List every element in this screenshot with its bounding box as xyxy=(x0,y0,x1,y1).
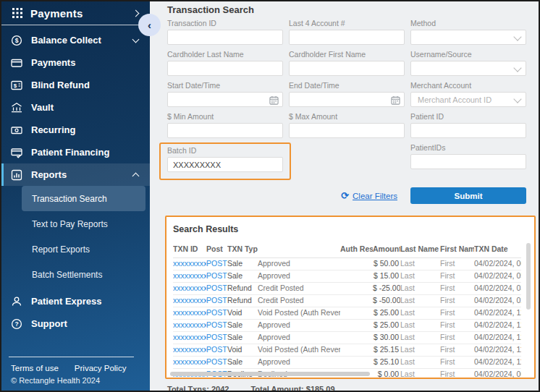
sidebar-subitem-report-exports[interactable]: Report Exports xyxy=(22,237,145,262)
txn-id-link[interactable]: xxxxxxxxx xyxy=(173,296,206,304)
form-actions: ⟳ Clear Filters Submit xyxy=(167,187,526,204)
field-method: Method xyxy=(410,17,526,45)
copyright-text: © Rectangle Health 2024 xyxy=(1,374,150,391)
sidebar-subitem-text-to-pay-reports[interactable]: Text to Pay Reports xyxy=(22,211,145,237)
table-row: xxxxxxxxx POST Sale Approved $ 30.00 Las… xyxy=(173,332,521,344)
post-link[interactable]: POST xyxy=(206,333,227,341)
min-amount-input[interactable] xyxy=(167,123,283,138)
transaction-id-input[interactable] xyxy=(167,30,283,45)
post-link[interactable]: POST xyxy=(206,284,227,292)
col-txn-type: TXN Type xyxy=(227,242,258,258)
col-auth-resp: Auth Resp xyxy=(340,242,373,258)
privacy-policy-link[interactable]: Privacy Policy xyxy=(75,364,127,372)
post-link[interactable]: POST xyxy=(206,308,227,317)
horizontal-scrollbar[interactable] xyxy=(170,372,370,376)
table-row: xxxxxxxxx POST Sale Approved $ 25.00 Las… xyxy=(173,320,521,332)
clear-filters-link[interactable]: ⟳ Clear Filters xyxy=(341,190,397,201)
results-header-row: TXN ID Post TXN Type Auth Resp Amount La… xyxy=(173,242,521,258)
sidebar-item-balance-collect[interactable]: $ Balance Collect xyxy=(1,29,150,51)
sidebar-item-patient-express[interactable]: Patient Express xyxy=(1,290,150,312)
bank-icon xyxy=(10,101,22,114)
sidebar-item-reports[interactable]: Reports xyxy=(1,163,150,186)
txn-id-link[interactable]: xxxxxxxxx xyxy=(173,333,206,341)
sidebar-subitem-batch-settlements[interactable]: Batch Settlements xyxy=(22,262,145,287)
txn-id-link[interactable]: xxxxxxxxx xyxy=(173,345,206,354)
main-content: Transaction Search Transaction ID Last 4… xyxy=(150,1,539,391)
last4-account-input[interactable] xyxy=(289,30,405,45)
field-patient-ids: PatientIDs xyxy=(410,141,526,169)
method-select[interactable] xyxy=(410,30,526,45)
vertical-scrollbar[interactable] xyxy=(526,243,531,310)
calendar-icon[interactable] xyxy=(391,95,400,108)
txn-id-link[interactable]: xxxxxxxxx xyxy=(173,357,206,366)
cardholder-last-name-input[interactable] xyxy=(167,61,283,76)
sidebar-item-recurring[interactable]: Recurring xyxy=(1,119,150,141)
dollar-circle-icon: $ xyxy=(10,34,22,46)
svg-text:?: ? xyxy=(14,320,18,328)
chevron-down-icon xyxy=(513,64,521,72)
sidebar-item-support[interactable]: ? Support xyxy=(1,312,150,335)
start-date-input[interactable] xyxy=(167,92,283,107)
sidebar-item-blind-refund[interactable]: $ Blind Refund xyxy=(1,74,150,96)
txn-id-link[interactable]: xxxxxxxxx xyxy=(173,271,206,280)
table-row: xxxxxxxxx POST Sale Approved $ 25.10 Las… xyxy=(173,357,521,369)
field-cardholder-last-name: Cardholder Last Name xyxy=(167,48,283,76)
field-end-date: End Date/Time xyxy=(289,79,405,107)
sidebar-header[interactable]: Payments xyxy=(1,1,150,25)
sidebar-title: Payments xyxy=(30,7,83,20)
results-totals: Total Txns: 2042 Total Amount: $185.09 xyxy=(167,385,539,391)
txn-id-link[interactable]: xxxxxxxxx xyxy=(173,320,206,329)
post-link[interactable]: POST xyxy=(206,357,227,366)
chevron-down-icon xyxy=(132,35,140,43)
calendar-icon[interactable] xyxy=(269,95,279,108)
col-response xyxy=(258,242,340,258)
chevron-up-icon xyxy=(132,172,140,179)
table-row: xxxxxxxxx POST Refund Credit Posted $ -5… xyxy=(173,295,521,307)
cardholder-first-name-input[interactable] xyxy=(289,61,405,76)
batch-id-input[interactable] xyxy=(167,157,283,172)
question-circle-icon: ? xyxy=(10,318,22,330)
terms-of-use-link[interactable]: Terms of use xyxy=(11,364,59,372)
batch-id-highlight: Batch ID xyxy=(159,142,291,180)
submit-button[interactable]: Submit xyxy=(410,187,526,204)
sidebar-collapse-button[interactable]: ‹ xyxy=(138,14,161,36)
sidebar-item-label: Blind Refund xyxy=(31,80,90,90)
svg-text:$: $ xyxy=(14,37,18,44)
sidebar-item-patient-financing[interactable]: Patient Financing xyxy=(1,141,150,163)
txn-id-link[interactable]: xxxxxxxxx xyxy=(173,259,206,268)
username-source-select[interactable] xyxy=(410,61,526,76)
txn-id-link[interactable]: xxxxxxxxx xyxy=(173,308,206,317)
post-link[interactable]: POST xyxy=(206,296,227,304)
reports-submenu: Transaction Search Text to Pay Reports R… xyxy=(1,186,150,287)
merchant-account-select[interactable]: Merchant Account ID xyxy=(410,92,526,107)
end-date-input[interactable] xyxy=(289,92,405,107)
search-results-title: Search Results xyxy=(173,224,534,234)
table-row: xxxxxxxxx POST Refund Credit Posted $ -2… xyxy=(173,283,521,295)
sidebar-item-payments[interactable]: Payments xyxy=(1,51,150,74)
patient-ids-input[interactable] xyxy=(410,154,526,169)
post-link[interactable]: POST xyxy=(206,259,227,268)
page-title: Transaction Search xyxy=(167,4,539,15)
chevron-down-icon xyxy=(513,95,521,103)
sidebar-item-vault[interactable]: Vault xyxy=(1,96,150,119)
field-username-source: Username/Source xyxy=(410,48,526,76)
post-link[interactable]: POST xyxy=(206,345,227,354)
patient-id-input[interactable] xyxy=(410,123,526,138)
total-amount: Total Amount: $185.09 xyxy=(250,385,334,391)
sidebar-nav: $ Balance Collect Payments $ Blind Refun… xyxy=(1,29,150,186)
field-min-amount: $ Min Amount xyxy=(167,110,283,138)
max-amount-input[interactable] xyxy=(289,123,405,138)
bar-chart-icon xyxy=(10,169,22,181)
field-merchant-account: Merchant Account Merchant Account ID xyxy=(410,79,526,107)
txn-id-link[interactable]: xxxxxxxxx xyxy=(173,284,206,292)
app-window: Payments $ Balance Collect Payments $ xyxy=(0,0,540,392)
sidebar-subitem-transaction-search[interactable]: Transaction Search xyxy=(22,186,145,211)
sidebar-item-label: Payments xyxy=(31,57,75,68)
sidebar-item-label: Balance Collect xyxy=(31,35,101,46)
refresh-icon: ⟳ xyxy=(341,190,349,201)
col-amount: Amount xyxy=(373,242,400,258)
post-link[interactable]: POST xyxy=(206,320,227,329)
post-link[interactable]: POST xyxy=(206,271,227,280)
chevron-right-icon xyxy=(132,9,140,17)
sidebar-item-label: Patient Financing xyxy=(31,147,109,158)
